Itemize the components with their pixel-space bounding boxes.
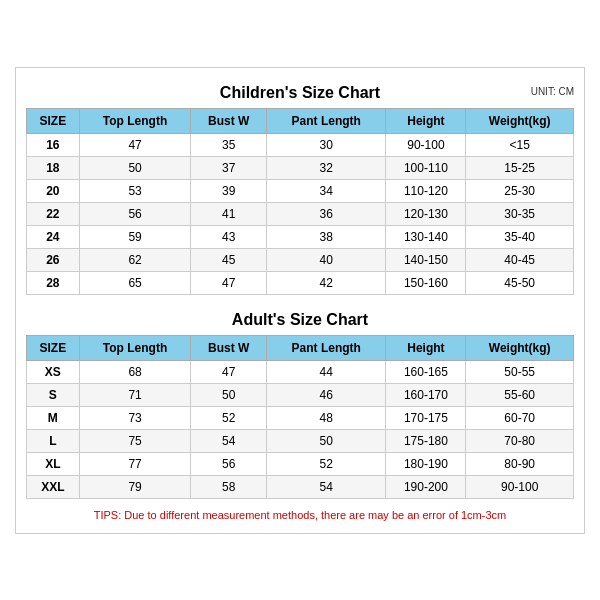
children-col-height: Height (386, 108, 466, 133)
table-cell: 45-50 (466, 271, 574, 294)
table-cell: 50 (79, 156, 191, 179)
table-cell: 42 (267, 271, 386, 294)
table-cell: 18 (27, 156, 80, 179)
tips-text: TIPS: Due to different measurement metho… (26, 507, 574, 523)
table-cell: 50 (267, 429, 386, 452)
table-cell: 36 (267, 202, 386, 225)
table-cell: 50 (191, 383, 267, 406)
table-cell: 41 (191, 202, 267, 225)
children-header-row: SIZE Top Length Bust W Pant Length Heigh… (27, 108, 574, 133)
table-cell: 130-140 (386, 225, 466, 248)
adult-col-weight: Weight(kg) (466, 335, 574, 360)
table-cell: 68 (79, 360, 191, 383)
table-cell: 75 (79, 429, 191, 452)
table-cell: 47 (191, 271, 267, 294)
table-cell: 44 (267, 360, 386, 383)
table-row: XXL795854190-20090-100 (27, 475, 574, 498)
table-cell: 40-45 (466, 248, 574, 271)
children-col-pant-length: Pant Length (267, 108, 386, 133)
table-cell: 175-180 (386, 429, 466, 452)
table-row: M735248170-17560-70 (27, 406, 574, 429)
table-row: S715046160-17055-60 (27, 383, 574, 406)
table-cell: 54 (191, 429, 267, 452)
table-cell: 37 (191, 156, 267, 179)
children-title-text: Children's Size Chart (220, 84, 380, 101)
table-row: XS684744160-16550-55 (27, 360, 574, 383)
table-cell: 52 (191, 406, 267, 429)
table-cell: 59 (79, 225, 191, 248)
adult-col-top-length: Top Length (79, 335, 191, 360)
table-cell: 56 (79, 202, 191, 225)
table-row: 1647353090-100<15 (27, 133, 574, 156)
unit-label: UNIT: CM (531, 85, 574, 96)
table-cell: 52 (267, 452, 386, 475)
table-cell: 55-60 (466, 383, 574, 406)
table-cell: 35-40 (466, 225, 574, 248)
table-cell: 56 (191, 452, 267, 475)
table-cell: S (27, 383, 80, 406)
children-col-bust-w: Bust W (191, 108, 267, 133)
table-cell: 16 (27, 133, 80, 156)
table-cell: 100-110 (386, 156, 466, 179)
table-cell: 20 (27, 179, 80, 202)
table-cell: 140-150 (386, 248, 466, 271)
table-cell: 32 (267, 156, 386, 179)
table-cell: 58 (191, 475, 267, 498)
table-cell: XS (27, 360, 80, 383)
children-col-weight: Weight(kg) (466, 108, 574, 133)
table-cell: 190-200 (386, 475, 466, 498)
table-cell: 54 (267, 475, 386, 498)
table-row: L755450175-18070-80 (27, 429, 574, 452)
adult-col-pant-length: Pant Length (267, 335, 386, 360)
table-cell: 160-170 (386, 383, 466, 406)
table-cell: 22 (27, 202, 80, 225)
adult-col-bust-w: Bust W (191, 335, 267, 360)
table-row: XL775652180-19080-90 (27, 452, 574, 475)
table-cell: 43 (191, 225, 267, 248)
table-cell: 45 (191, 248, 267, 271)
table-row: 22564136120-13030-35 (27, 202, 574, 225)
children-title: Children's Size Chart UNIT: CM (26, 78, 574, 104)
table-cell: 50-55 (466, 360, 574, 383)
adult-title: Adult's Size Chart (26, 305, 574, 331)
table-cell: 77 (79, 452, 191, 475)
table-row: 18503732100-11015-25 (27, 156, 574, 179)
adult-header-row: SIZE Top Length Bust W Pant Length Heigh… (27, 335, 574, 360)
adult-title-text: Adult's Size Chart (232, 311, 368, 328)
table-row: 24594338130-14035-40 (27, 225, 574, 248)
table-cell: 47 (79, 133, 191, 156)
table-cell: 25-30 (466, 179, 574, 202)
table-cell: 70-80 (466, 429, 574, 452)
table-cell: 60-70 (466, 406, 574, 429)
table-cell: 35 (191, 133, 267, 156)
table-cell: 30-35 (466, 202, 574, 225)
table-cell: 65 (79, 271, 191, 294)
table-cell: 40 (267, 248, 386, 271)
table-cell: 24 (27, 225, 80, 248)
table-cell: 80-90 (466, 452, 574, 475)
table-cell: 110-120 (386, 179, 466, 202)
table-cell: 160-165 (386, 360, 466, 383)
chart-container: Children's Size Chart UNIT: CM SIZE Top … (15, 67, 585, 534)
table-row: 28654742150-16045-50 (27, 271, 574, 294)
table-cell: 38 (267, 225, 386, 248)
table-cell: 73 (79, 406, 191, 429)
table-cell: 34 (267, 179, 386, 202)
table-cell: XL (27, 452, 80, 475)
table-cell: 46 (267, 383, 386, 406)
children-table: SIZE Top Length Bust W Pant Length Heigh… (26, 108, 574, 295)
table-cell: 150-160 (386, 271, 466, 294)
table-cell: 48 (267, 406, 386, 429)
table-row: 26624540140-15040-45 (27, 248, 574, 271)
adult-table: SIZE Top Length Bust W Pant Length Heigh… (26, 335, 574, 499)
table-cell: 15-25 (466, 156, 574, 179)
children-col-top-length: Top Length (79, 108, 191, 133)
table-cell: 62 (79, 248, 191, 271)
adult-col-size: SIZE (27, 335, 80, 360)
table-cell: <15 (466, 133, 574, 156)
table-cell: 53 (79, 179, 191, 202)
table-cell: 90-100 (386, 133, 466, 156)
table-cell: 170-175 (386, 406, 466, 429)
table-cell: 71 (79, 383, 191, 406)
table-cell: 90-100 (466, 475, 574, 498)
